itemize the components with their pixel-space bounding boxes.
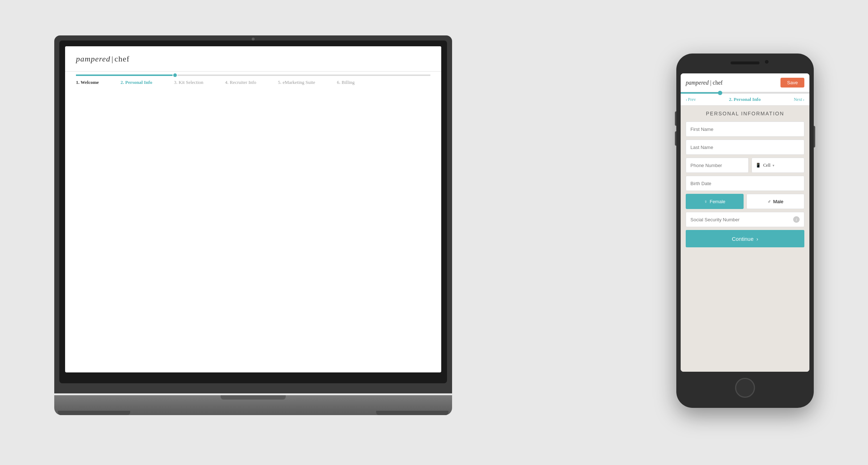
phone-logo-pampered: pampered [686, 80, 709, 86]
phone-ssn-info-icon[interactable]: i [793, 216, 800, 223]
phone-speaker [731, 61, 760, 64]
nav-step-billing[interactable]: 6. Billing [337, 80, 355, 85]
phone-cell-icon: 📱 [756, 163, 761, 168]
prev-label: Prev [688, 97, 696, 102]
phone-birth-wrapper [686, 176, 804, 191]
phone-logo: pampered | chef [686, 80, 723, 86]
laptop-base [54, 395, 452, 415]
laptop-lid: pampered | chef 1. Welc [54, 35, 452, 393]
phone-home-button[interactable] [735, 378, 755, 398]
phone-dropdown-chevron: ▾ [773, 163, 774, 167]
phone-screen: pampered | chef Save ‹ Prev 2. Personal … [681, 73, 809, 372]
phone-phone-row: 📱 Cell ▾ [686, 158, 804, 173]
phone-gender-row: ♀ Female ♂ Male [686, 194, 804, 209]
laptop-foot-left [58, 411, 130, 415]
phone-ssn-input[interactable] [690, 217, 793, 222]
phone-continue-button[interactable]: Continue › [686, 230, 804, 247]
laptop-hinge [221, 395, 286, 400]
phone-first-name-wrapper [686, 121, 804, 137]
phone-female-label: Female [710, 199, 725, 204]
phone-camera [765, 60, 769, 64]
phone-female-button[interactable]: ♀ Female [686, 194, 744, 209]
phone-logo-spoon: | [710, 80, 711, 86]
nav-step-kit[interactable]: 3. Kit Selection [174, 80, 203, 85]
chevron-left-icon: ‹ [686, 97, 687, 102]
logo-spoon-icon: | [111, 54, 113, 64]
progress-track [76, 74, 430, 76]
phone-male-label: Male [773, 199, 783, 204]
phone-female-icon: ♀ [704, 199, 707, 204]
nav-step-welcome[interactable]: 1. Welcome [76, 80, 99, 85]
phone-save-button[interactable]: Save [780, 78, 804, 88]
laptop-device: pampered | chef 1. Welc [54, 35, 452, 415]
phone-nav: ‹ Prev 2. Personal Info Next › [681, 94, 809, 106]
phone-male-icon: ♂ [767, 199, 771, 204]
laptop-nav: 1. Welcome 2. Personal Info 3. Kit Selec… [65, 78, 441, 88]
nav-step-emarketing[interactable]: 5. eMarketing Suite [278, 80, 315, 85]
laptop-camera [252, 38, 255, 40]
phone-last-name-wrapper [686, 140, 804, 155]
phone-section-title: PERSONAL INFORMATION [686, 111, 804, 116]
laptop-screen: pampered | chef 1. Welc [65, 46, 441, 372]
phone-ssn-wrapper: i [686, 212, 804, 227]
chevron-right-icon: › [803, 97, 804, 102]
phone-device: pampered | chef Save ‹ Prev 2. Personal … [676, 54, 814, 408]
phone-form-area: PERSONAL INFORMATION 📱 Cell [681, 106, 809, 372]
nav-step-recruiter[interactable]: 4. Recruiter Info [225, 80, 256, 85]
progress-dot [173, 73, 178, 78]
phone-phone-input[interactable] [690, 163, 744, 168]
laptop-foot-right [376, 411, 448, 415]
phone-male-button[interactable]: ♂ Male [746, 194, 804, 209]
nav-step-personal[interactable]: 2. Personal Info [120, 80, 152, 85]
phone-prev-button[interactable]: ‹ Prev [686, 97, 696, 102]
laptop-progress-area [65, 72, 441, 76]
phone-logo-chef: chef [713, 80, 723, 86]
phone-next-button[interactable]: Next › [794, 97, 804, 102]
phone-first-name-input[interactable] [690, 127, 800, 132]
laptop-screen-bezel: pampered | chef 1. Welc [59, 40, 447, 383]
logo-text-chef: chef [115, 54, 130, 64]
phone-phone-input-wrapper [686, 158, 749, 173]
continue-label: Continue [732, 236, 753, 242]
phone-header: pampered | chef Save [681, 73, 809, 92]
phone-nav-current: 2. Personal Info [729, 97, 761, 102]
phone-power-button [814, 126, 815, 148]
laptop-header: pampered | chef [65, 46, 441, 72]
logo-text-pampered: pampered [76, 54, 110, 64]
phone-birth-input[interactable] [690, 181, 800, 186]
phone-vol-up-button [675, 111, 676, 126]
phone-progress-track [681, 92, 809, 94]
phone-cell-dropdown[interactable]: 📱 Cell ▾ [752, 158, 804, 173]
progress-fill [76, 74, 175, 76]
next-label: Next [794, 97, 802, 102]
phone-last-name-input[interactable] [690, 145, 800, 150]
phone-progress-fill [681, 92, 719, 94]
continue-arrow-icon: › [757, 236, 758, 242]
phone-vol-down-button [675, 131, 676, 146]
laptop-logo: pampered | chef [76, 54, 129, 64]
scene: pampered | chef 1. Welc [36, 25, 832, 440]
phone-cell-label: Cell [763, 163, 770, 168]
